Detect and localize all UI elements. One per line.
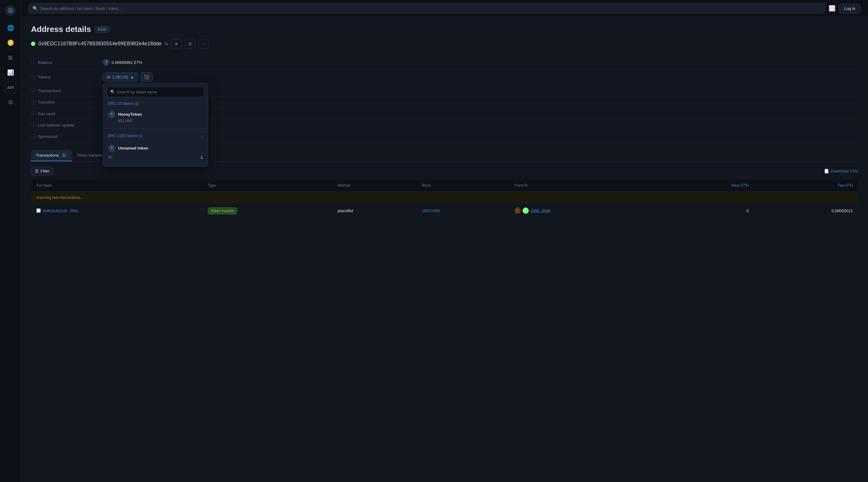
gas-used-label: i Gas used [31, 111, 99, 116]
grid-icon: ⊞ [107, 75, 110, 79]
token-item-unnamed[interactable]: T Unnamed token [103, 141, 208, 155]
table-header: Txn hash Type Method Block From/To Value… [31, 179, 858, 192]
address-status-dot [31, 41, 35, 46]
filter-button[interactable]: ☰ Filter [31, 167, 54, 175]
gas-label-icon: i [31, 111, 36, 116]
address-icon [523, 207, 529, 214]
block-link[interactable]: 18011480 [422, 208, 440, 213]
erc1155-collapse-icon[interactable]: ↓ [201, 133, 203, 138]
address-hash: 0x9EDC1167B8Fc457893830554e99EB982e4e18d… [38, 41, 162, 47]
token-section-divider [103, 128, 208, 129]
unnamed-token-name: Unnamed token [118, 146, 148, 150]
token-search-bar[interactable]: 🔍 [107, 87, 204, 97]
honey-token-avatar: T [108, 111, 116, 118]
page-title: Address details [31, 25, 91, 34]
table-row: ⬜ 0xffe3c922c9...5f9a Token transfer pla… [31, 204, 858, 218]
transactions-table: Txn hash Type Method Block From/To Value… [31, 179, 858, 218]
balance-value: T 0.00999961 ETH [103, 59, 142, 66]
erc1155-section-label-row: ERC-1155 tokens (1) ↓ [103, 130, 208, 141]
last-balance-label-icon: i [31, 122, 36, 127]
main-content: 🔍 ⬜ Log in Address details EOA 0x9EDC116… [21, 0, 868, 482]
download-icon: 📄 [824, 169, 829, 173]
col-block: Block [417, 179, 509, 192]
token-item-honey[interactable]: T HoneyToken 851 HNT [103, 108, 208, 126]
eoa-badge: EOA [95, 26, 110, 33]
tokens-dropdown-button[interactable]: ⊞ 2 ($0.00) ▲ [103, 73, 138, 82]
chevron-up-icon: ▲ [130, 75, 134, 79]
col-from-to: From/To [509, 179, 662, 192]
tokens-label: i Tokens [31, 75, 99, 79]
tokens-value: ⊞ 2 ($0.00) ▲ 🔍 ERC-20 tokens (1) [103, 72, 153, 82]
token-item-header: T HoneyToken [108, 111, 203, 118]
qr-button[interactable]: ⊞ [185, 39, 195, 48]
col-fee-eth: Fee ETH [754, 179, 858, 192]
sidebar: 🌐 🪙 ⊞ 📊 API ⚙ [0, 0, 21, 482]
token-search-input[interactable] [117, 90, 201, 94]
download-csv-button[interactable]: 📄 Download CSV [824, 169, 858, 173]
address-row: 0x9EDC1167B8Fc457893830554e99EB982e4e18d… [31, 39, 858, 48]
address-link[interactable]: 0x9E...8dde [531, 208, 551, 213]
unnamed-token-id: #0 [108, 155, 112, 160]
honey-token-amount: 851 HNT [118, 119, 203, 123]
topbar: 🔍 ⬜ Log in [21, 0, 868, 17]
col-method: Method [333, 179, 417, 192]
type-cell: Token transfer [203, 204, 333, 218]
token-item-unnamed-header: T Unnamed token [108, 145, 203, 152]
token-dropdown-panel: 🔍 ERC-20 tokens (1) T HoneyToken 851 [103, 83, 208, 167]
direction-icon: ↓ [515, 207, 521, 214]
balance-label-icon: i [31, 60, 36, 65]
transactions-label: i Transactions [31, 88, 99, 93]
from-to-cell: ↓ 0x9E...8dde [509, 204, 662, 218]
tx-icon: ⬜ [36, 208, 41, 213]
wallet-icon-button[interactable]: ⬛ [141, 72, 153, 82]
col-value-eth: Value ETH [662, 179, 754, 192]
login-button[interactable]: Log in [839, 3, 861, 13]
type-badge: Token transfer [208, 207, 237, 214]
sidebar-item-grid[interactable]: ⊞ [5, 52, 16, 63]
page-content: Address details EOA 0x9EDC1167B8Fc457893… [21, 17, 868, 225]
method-cell: placeBid [333, 204, 417, 218]
sidebar-item-settings[interactable]: ⚙ [5, 97, 16, 108]
filter-icon: ☰ [35, 169, 39, 173]
balance-label: i Balance [31, 60, 99, 65]
info-grid: i Balance T 0.00999961 ETH i Tokens [31, 56, 858, 142]
tokens-dropdown-wrapper: ⊞ 2 ($0.00) ▲ 🔍 ERC-20 tokens (1) [103, 73, 138, 82]
global-search-bar[interactable]: 🔍 [29, 3, 825, 13]
more-options-button[interactable]: ··· [198, 39, 209, 48]
txn-hash-link[interactable]: 0xffe3c922c9...5f9a [43, 208, 78, 213]
erc1155-id-row: #0 1 [103, 155, 208, 163]
star-button[interactable]: ★ [171, 39, 182, 48]
sidebar-item-globe[interactable]: 🌐 [5, 22, 16, 33]
scanning-row: scanning new transactions... [31, 192, 858, 204]
erc20-section-label: ERC-20 tokens (1) [103, 100, 208, 108]
fee-cell: 0.00000011 [754, 204, 858, 218]
erc1155-section-label: ERC-1155 tokens (1) [108, 134, 143, 138]
method-value: placeBid [338, 208, 353, 213]
sidebar-item-coins[interactable]: 🪙 [5, 37, 16, 48]
sidebar-item-api[interactable]: API [5, 82, 16, 93]
tokens-row: i Tokens ⊞ 2 ($0.00) ▲ 🔍 [31, 69, 858, 85]
txn-hash-cell: ⬜ 0xffe3c922c9...5f9a [31, 204, 203, 218]
table-body: scanning new transactions... ⬜ 0xffe3c92… [31, 192, 858, 218]
scanning-text: scanning new transactions... [31, 192, 858, 204]
col-type: Type [203, 179, 333, 192]
topbar-right-icon: ⬜ [829, 5, 835, 12]
table-toolbar: ☰ Filter 📄 Download CSV [31, 167, 858, 175]
token-avatar-eth: T [103, 59, 110, 66]
transactions-label-icon: i [31, 88, 36, 93]
honey-token-name: HoneyToken [118, 112, 142, 117]
copy-address-icon[interactable]: ⧉ [165, 41, 168, 47]
sidebar-item-chart[interactable]: 📊 [5, 67, 16, 78]
col-txn-hash: Txn hash [31, 179, 203, 192]
transfers-label: i Transfers [31, 100, 99, 105]
balance-row: i Balance T 0.00999961 ETH [31, 56, 858, 69]
tokens-label-icon: i [31, 75, 36, 79]
global-search-input[interactable] [40, 6, 821, 11]
last-balance-label: i Last balance update [31, 122, 99, 127]
sponsored-label-icon: i [31, 134, 36, 139]
tab-transactions[interactable]: Transactions 5 [31, 150, 72, 161]
block-cell: 18011480 [417, 204, 509, 218]
unnamed-token-count: 1 [201, 155, 203, 160]
sponsored-label: i Sponsored [31, 134, 99, 139]
tab-transactions-badge: 5 [61, 153, 67, 158]
